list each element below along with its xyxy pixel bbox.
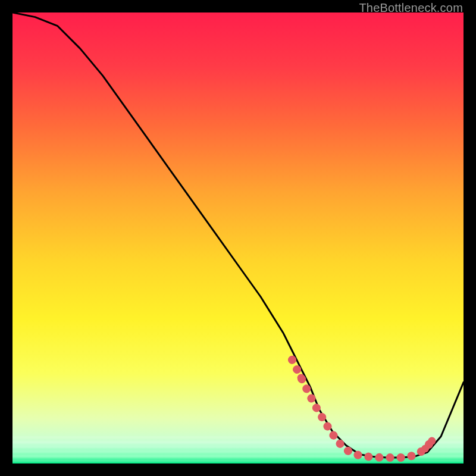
plot-area [12,12,464,464]
band-strip [12,441,464,443]
gradient-background [12,12,464,464]
highlight-marker [298,374,305,382]
band-strip [12,460,464,462]
highlight-marker [289,356,296,364]
band-strip [12,446,464,448]
chart-stage: TheBottleneck.com [0,0,476,476]
highlight-marker [421,445,429,453]
highlight-marker [428,437,436,445]
chart-svg [12,12,464,464]
band-strip [12,436,464,439]
band-strip [12,450,464,453]
